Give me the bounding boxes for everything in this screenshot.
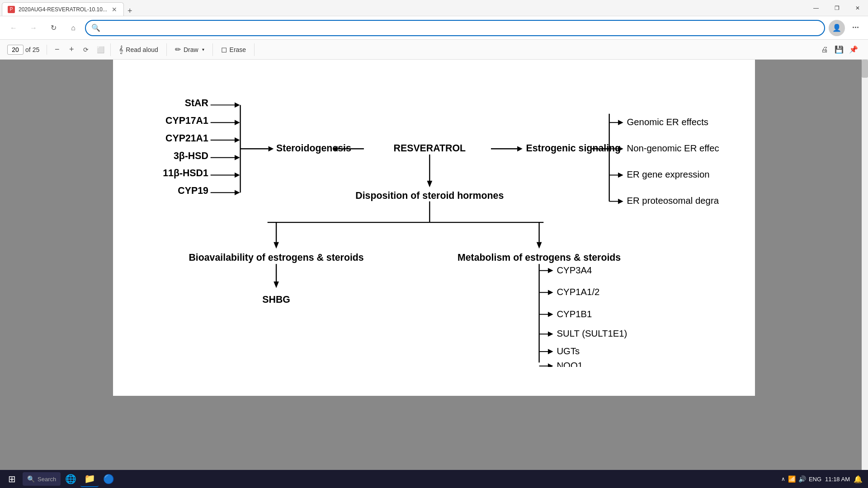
cyp3a4-text: CYP3A4 xyxy=(557,265,592,275)
arrow-genomic xyxy=(618,120,623,125)
cyp21a1-label: CYP21A1 xyxy=(165,133,208,144)
bioavail-text: Bioavailability of estrogens & steroids xyxy=(189,252,363,263)
draw-chevron-icon: ▾ xyxy=(202,47,204,52)
shbg-text: SHBG xyxy=(262,294,290,305)
cyp1b1-text: CYP1B1 xyxy=(557,309,592,319)
taskbar-right: ∧ 📶 🔊 ENG 11:18 AM 🔔 xyxy=(781,475,866,483)
arrow-cyp3a4 xyxy=(548,268,553,273)
back-icon: ← xyxy=(10,24,17,32)
cyp1a12-text: CYP1A1/2 xyxy=(557,287,599,297)
refresh-button[interactable]: ↻ xyxy=(45,20,61,36)
new-tab-button[interactable]: + xyxy=(124,6,136,16)
zoom-controls: − + ⟳ ⬜ xyxy=(51,43,107,56)
zoom-in-button[interactable]: + xyxy=(65,43,78,56)
volume-icon[interactable]: 🔊 xyxy=(798,475,806,483)
active-tab[interactable]: P 2020AUG4-RESVERATROL-10.10... ✕ xyxy=(2,2,124,16)
read-aloud-button[interactable]: 𝄞 Read aloud xyxy=(114,42,163,57)
hsd3b-label: 3β-HSD xyxy=(174,150,208,161)
scrollbar-track[interactable] xyxy=(862,60,868,470)
metab-text: Metabolism of estrogens & steroids xyxy=(458,252,621,263)
diagram-svg: StAR CYP17A1 CYP21A1 3β-HSD 11β-HSD1 CYP… xyxy=(149,82,719,367)
arrow-ugts xyxy=(548,349,553,354)
toolbar-right: 🖨 💾 📌 xyxy=(817,43,861,56)
home-button[interactable]: ⌂ xyxy=(65,20,81,36)
page-controls: of 25 xyxy=(7,45,47,55)
separator-3 xyxy=(212,43,213,56)
scrollbar-thumb[interactable] xyxy=(862,60,868,78)
erase-label: Erase xyxy=(230,46,246,53)
fit-button[interactable]: ⟳ xyxy=(80,43,92,56)
more-button[interactable]: ··· xyxy=(849,23,863,33)
draw-label: Draw xyxy=(184,46,198,53)
tab-favicon: P xyxy=(8,6,15,13)
forward-icon: → xyxy=(30,24,37,32)
print-button[interactable]: 🖨 xyxy=(817,43,832,56)
bracket-left-arrow xyxy=(269,146,274,152)
url-bar[interactable]: 🔍 xyxy=(85,20,825,36)
notification-icon[interactable]: 🔔 xyxy=(854,475,863,483)
network-icon: 📶 xyxy=(788,475,796,483)
explorer-icon: 📁 xyxy=(84,473,95,484)
separator-2 xyxy=(166,43,167,56)
taskbar: ⊞ 🔍 Search 🌐 📁 🔵 ∧ 📶 🔊 ENG 11:18 AM 🔔 xyxy=(0,470,868,488)
noq1-text: NOQ1 xyxy=(557,361,583,367)
taskbar-explorer-icon[interactable]: 📁 xyxy=(80,471,99,487)
draw-icon: ✏ xyxy=(175,45,181,54)
page-number-input[interactable] xyxy=(7,45,24,55)
language-indicator: ENG xyxy=(809,476,821,483)
taskbar-search[interactable]: 🔍 Search xyxy=(23,472,61,486)
profile-button[interactable]: 👤 xyxy=(829,20,845,36)
arrow-cyp1b1 xyxy=(548,312,553,317)
pin-button[interactable]: 📌 xyxy=(846,43,861,56)
search-icon: 🔍 xyxy=(91,23,100,32)
arrow-cyp19 xyxy=(235,190,240,195)
separator-4 xyxy=(254,43,255,56)
draw-button[interactable]: ✏ Draw ▾ xyxy=(170,42,209,57)
back-button[interactable]: ← xyxy=(5,20,22,36)
erase-button[interactable]: ◻ Erase xyxy=(217,42,251,57)
address-input[interactable] xyxy=(104,24,819,32)
taskbar-edge-icon[interactable]: 🌐 xyxy=(61,471,80,487)
arrow-ergene xyxy=(618,173,623,178)
clock[interactable]: 11:18 AM xyxy=(825,476,850,483)
genomic-text: Genomic ER effects xyxy=(627,117,708,127)
forward-button[interactable]: → xyxy=(25,20,42,36)
disposition-text: Disposition of steroid hormones xyxy=(355,190,504,201)
cyp17a1-label: CYP17A1 xyxy=(165,115,208,126)
arrow-sult xyxy=(548,331,553,337)
ergene-text: ER gene expression xyxy=(627,169,709,179)
arrow-hsd11 xyxy=(235,173,240,178)
taskbar-chrome-icon[interactable]: 🔵 xyxy=(99,471,118,487)
time-display: 11:18 AM xyxy=(825,476,850,483)
arrow-star xyxy=(235,103,240,108)
resveratrol-text: RESVERATROL xyxy=(394,143,466,154)
tab-area: P 2020AUG4-RESVERATROL-10.10... ✕ + xyxy=(0,0,136,16)
arrow-hsd3 xyxy=(235,155,240,160)
start-icon: ⊞ xyxy=(8,474,16,484)
minimize-button[interactable]: — xyxy=(806,0,826,16)
restore-button[interactable]: ❐ xyxy=(826,0,847,16)
cyp19-label: CYP19 xyxy=(178,185,208,196)
close-button[interactable]: ✕ xyxy=(847,0,868,16)
arrow-erproteo xyxy=(618,199,623,204)
pdf-content: StAR CYP17A1 CYP21A1 3β-HSD 11β-HSD1 CYP… xyxy=(0,60,868,470)
arrow-resv-estrog xyxy=(517,146,523,152)
read-aloud-icon: 𝄞 xyxy=(119,46,123,54)
taskbar-search-label: Search xyxy=(38,476,56,483)
arrow-cyp21 xyxy=(235,137,240,143)
arrow-bioavail xyxy=(274,242,279,249)
start-button[interactable]: ⊞ xyxy=(2,471,22,487)
zoom-out-button[interactable]: − xyxy=(51,43,63,56)
tab-close-button[interactable]: ✕ xyxy=(111,5,118,14)
of-label: of xyxy=(25,46,31,53)
title-bar: P 2020AUG4-RESVERATROL-10.10... ✕ + — ❐ … xyxy=(0,0,868,16)
refresh-icon: ↻ xyxy=(51,23,57,32)
tab-title: 2020AUG4-RESVERATROL-10.10... xyxy=(19,6,107,13)
window-controls: — ❐ ✕ xyxy=(806,0,868,16)
arrow-metab xyxy=(537,242,542,249)
save-button[interactable]: 💾 xyxy=(832,43,846,56)
fit-page-button[interactable]: ⬜ xyxy=(94,43,107,56)
diagram: StAR CYP17A1 CYP21A1 3β-HSD 11β-HSD1 CYP… xyxy=(140,73,728,378)
edge-icon: 🌐 xyxy=(65,474,76,484)
expand-tray-icon[interactable]: ∧ xyxy=(781,476,785,482)
